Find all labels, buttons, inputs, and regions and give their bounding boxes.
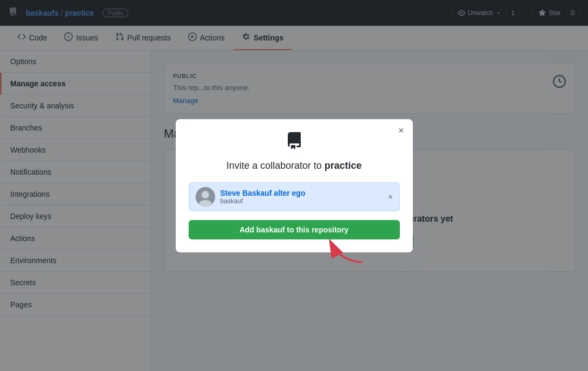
modal-close-button[interactable]: × <box>398 126 404 135</box>
red-arrow-indicator <box>324 235 368 266</box>
modal-title-prefix: Invite a collaborator to <box>226 160 322 171</box>
add-to-repo-button[interactable]: Add baskauf to this repository <box>189 220 400 239</box>
invite-collaborator-modal: × Invite a collaborator to practice Stev… <box>176 119 413 252</box>
modal-overlay[interactable]: × Invite a collaborator to practice Stev… <box>0 0 588 371</box>
user-chip: Steve Baskauf alter ego baskauf × <box>189 182 400 211</box>
user-name: Steve Baskauf alter ego <box>220 189 383 197</box>
modal-title-repo: practice <box>324 160 362 171</box>
user-info: Steve Baskauf alter ego baskauf <box>220 189 383 205</box>
svg-point-10 <box>202 191 209 198</box>
modal-title: Invite a collaborator to practice <box>189 160 400 171</box>
user-avatar <box>196 187 215 207</box>
chip-close-button[interactable]: × <box>388 193 392 201</box>
modal-repo-icon <box>189 132 400 154</box>
user-handle: baskauf <box>220 197 383 205</box>
